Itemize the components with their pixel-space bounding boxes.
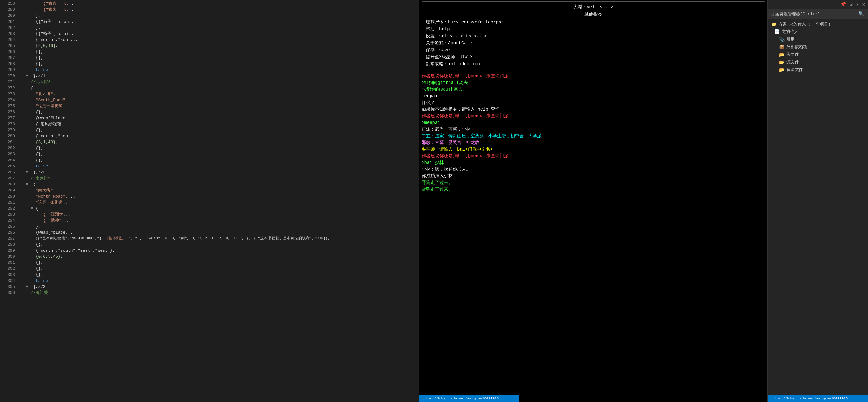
code-line: //北大街2 bbox=[21, 79, 419, 85]
code-line: {weap["blade... bbox=[21, 115, 419, 121]
solution-explorer-header: 方案资源管理器(Ctrl+;) 🔍 bbox=[768, 9, 868, 19]
code-line: false bbox=[21, 67, 419, 73]
code-line: {}, bbox=[21, 151, 419, 157]
code-line: }, bbox=[21, 224, 419, 230]
terminal-line: 邪教：古墓，灵鹫宫，神龙教 bbox=[422, 139, 765, 146]
code-line: {}, bbox=[21, 55, 419, 61]
code-line: "North_Road",... bbox=[21, 193, 419, 199]
terminal-line: 作者建议你还是拜师，用menpai来查询门派 bbox=[422, 153, 765, 160]
code-line: {3,1,40}, bbox=[21, 139, 419, 145]
code-line: {}, bbox=[21, 109, 419, 115]
terminal-line: 什么？ bbox=[422, 100, 765, 106]
references-icon: 📎 bbox=[779, 37, 784, 42]
code-line: {2,0,46}, bbox=[21, 43, 419, 49]
terminal-line: 野狗走了过来。 bbox=[422, 179, 765, 186]
search-icon[interactable]: 🔍 bbox=[858, 11, 865, 17]
popup-item: 关于游戏：AboutGame bbox=[426, 40, 761, 46]
pin-icon[interactable]: 📌 bbox=[839, 1, 847, 8]
solution-explorer-title: 方案资源管理器(Ctrl+;) bbox=[771, 11, 820, 17]
terminal-line: 作者建议你还是拜师，用menpai来查询门派 bbox=[422, 73, 765, 79]
status-bar-fixed: https://blog.csdn.net/wangxun20081006... bbox=[768, 395, 868, 402]
pin-alt-icon[interactable]: ⊡ bbox=[849, 1, 854, 8]
code-line: ▼ },//2 bbox=[21, 169, 419, 175]
code-line: {}, bbox=[21, 49, 419, 55]
terminal-line: 作者建议你还是拜师，用menpai来查询门派 bbox=[422, 113, 765, 120]
code-line: {"追风步秘籍... bbox=[21, 121, 419, 127]
solution-item-external-deps[interactable]: 📦 外部依赖项 bbox=[768, 43, 868, 51]
code-line: "South_Road",... bbox=[21, 97, 419, 103]
code-line: {"旅客","t... bbox=[21, 1, 419, 7]
popup-section-title: 其他指令 bbox=[426, 12, 761, 18]
code-area: 258 259 260 261 262 263 264 265 266 267 … bbox=[0, 0, 419, 402]
popup-item: 帮助：help bbox=[426, 26, 761, 33]
code-line: "南大街", bbox=[21, 188, 419, 193]
terminal-line: 如果你不知道指令，请输入 help 查询 bbox=[422, 106, 765, 113]
code-line: false bbox=[21, 163, 419, 169]
code-line: {{"椅子","chai... bbox=[21, 31, 419, 37]
solution-item-label: 外部依赖项 bbox=[786, 44, 807, 50]
code-line: }, bbox=[21, 13, 419, 19]
terminal-line: >bai 少林 bbox=[422, 160, 765, 166]
popup-item: 埋葬尸体：bury corpse/allcorpse bbox=[426, 19, 761, 26]
code-line: ▼ },//1 bbox=[21, 73, 419, 79]
code-line: {}, bbox=[21, 145, 419, 151]
code-line: //南大街1 bbox=[21, 175, 419, 181]
code-line: {{"石头","ston... bbox=[21, 19, 419, 25]
code-line: { "武神",... bbox=[21, 217, 419, 224]
code-line: "北大街", bbox=[21, 91, 419, 97]
solution-item-resource-files[interactable]: 📂 资源文件 bbox=[768, 66, 868, 73]
code-line: {}, bbox=[21, 272, 419, 278]
terminal-line: me野狗向south离去。 bbox=[422, 86, 765, 93]
terminal-line: 要拜师，请输入：bai<门派中文名> bbox=[422, 146, 765, 153]
code-line: {}, bbox=[21, 127, 419, 133]
solution-item-label: 引用 bbox=[786, 36, 795, 42]
solution-item-source-files[interactable]: 📂 源文件 bbox=[768, 58, 868, 66]
solution-root-item[interactable]: 📄 龙的传人 bbox=[768, 28, 868, 35]
code-line: "这是一条街道... bbox=[21, 199, 419, 205]
code-line: {"north","south","east","west"}, bbox=[21, 247, 419, 254]
code-line: {}, bbox=[21, 157, 419, 163]
code-line: }, bbox=[21, 25, 419, 31]
code-editor: 258 259 260 261 262 263 264 265 266 267 … bbox=[0, 0, 419, 402]
code-line: "这是一条街道... bbox=[21, 103, 419, 109]
solution-project-name: 📁 方案'龙的传人'(1 个项目) bbox=[768, 20, 868, 28]
external-deps-icon: 📦 bbox=[779, 44, 784, 50]
popup-item: 提升至X级巫师：UTW-X bbox=[426, 54, 761, 61]
project-icon: 📄 bbox=[774, 29, 780, 35]
code-line: { bbox=[21, 85, 419, 91]
solution-item-label: 资源文件 bbox=[786, 67, 803, 73]
code-content[interactable]: {"旅客","t... {"旅客","t... }, {{"石头","ston.… bbox=[18, 0, 419, 402]
terminal-line: 正派：武当，丐帮，少林 bbox=[422, 126, 765, 133]
close-icon[interactable]: ✕ bbox=[861, 1, 866, 8]
terminal-output[interactable]: 作者建议你还是拜师，用menpai来查询门派 >野狗向gifthall离去。 m… bbox=[419, 72, 768, 402]
code-line: {0,6,5,45}, bbox=[21, 254, 419, 260]
solution-explorer-panel: 📌 ⊡ ▾ ✕ 方案资源管理器(Ctrl+;) 🔍 📁 方案'龙的传人'(1 个… bbox=[768, 0, 868, 402]
solution-item-references[interactable]: 📎 引用 bbox=[768, 35, 868, 43]
line-numbers: 258 259 260 261 262 263 264 265 266 267 … bbox=[0, 0, 18, 402]
code-line: ▼ },//3 bbox=[21, 284, 419, 290]
terminal-line: 少林：嗯，欢迎你加入。 bbox=[422, 166, 765, 173]
solution-root-label: 龙的传人 bbox=[782, 29, 798, 35]
solution-explorer-icons: 🔍 bbox=[858, 11, 865, 17]
code-line: {}, bbox=[21, 61, 419, 67]
code-line: ▼ { bbox=[21, 181, 419, 188]
code-line: {"north","sout... bbox=[21, 37, 419, 43]
command-popup: 大喊：yell <...> 其他指令 埋葬尸体：bury corpse/allc… bbox=[422, 1, 765, 70]
terminal-line: >menpai bbox=[422, 120, 765, 126]
status-url-text: https://blog.csdn.net/wangxun20081006... bbox=[770, 397, 854, 400]
code-line: { "江湖大... bbox=[21, 211, 419, 217]
solution-folder-icon: 📁 bbox=[771, 22, 777, 27]
popup-item: 设置：set <...> to <...> bbox=[426, 33, 761, 40]
solution-explorer-content: 📁 方案'龙的传人'(1 个项目) 📄 龙的传人 📎 引用 📦 外部依赖项 📂 … bbox=[768, 19, 868, 402]
code-line: {weap["blade... bbox=[21, 230, 419, 236]
right-top-icons: 📌 ⊡ ▾ ✕ bbox=[768, 0, 868, 9]
chevron-down-icon[interactable]: ▾ bbox=[855, 1, 860, 8]
status-url: https://blog.csdn.net/wangxun20081006... bbox=[421, 397, 505, 400]
header-files-icon: 📂 bbox=[779, 52, 784, 57]
code-line: ▼ { bbox=[21, 205, 419, 211]
solution-item-header-files[interactable]: 📂 头文件 bbox=[768, 51, 868, 58]
game-terminal[interactable]: 大喊：yell <...> 其他指令 埋葬尸体：bury corpse/allc… bbox=[419, 0, 768, 402]
code-line: {}, bbox=[21, 260, 419, 266]
terminal-line: 中立：道家，铸剑山庄，空桑派，小学生帮，初中会，大学派 bbox=[422, 133, 765, 139]
status-bar: https://blog.csdn.net/wangxun20081006... bbox=[419, 395, 519, 402]
